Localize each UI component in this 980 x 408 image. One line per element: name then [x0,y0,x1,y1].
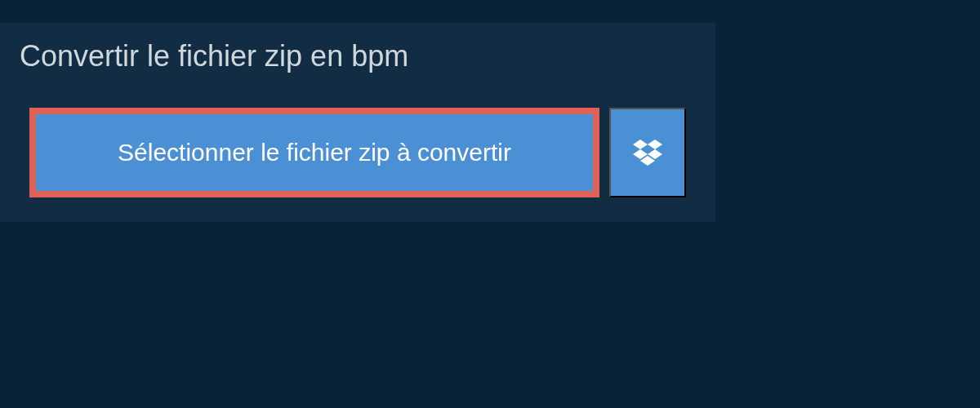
converter-panel: Convertir le fichier zip en bpm Sélectio… [0,23,715,222]
dropbox-icon [633,140,662,166]
button-row: Sélectionner le fichier zip à convertir [0,108,715,197]
page-title: Convertir le fichier zip en bpm [20,39,408,73]
title-bar: Convertir le fichier zip en bpm [0,23,428,93]
select-file-button[interactable]: Sélectionner le fichier zip à convertir [29,108,599,197]
dropbox-button[interactable] [609,108,686,197]
